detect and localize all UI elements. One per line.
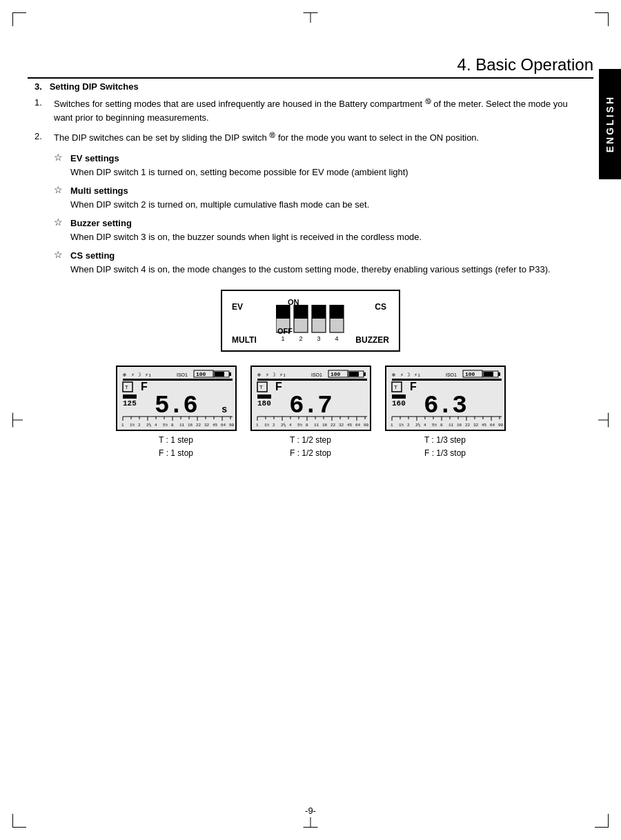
dip-label-off: OFF: [277, 327, 293, 335]
svg-text:☽: ☽: [273, 372, 276, 378]
bottom-center-mark: [310, 817, 311, 828]
svg-text:T: T: [259, 384, 263, 390]
svg-text:⚡: ⚡: [266, 372, 269, 378]
svg-text:☽: ☽: [407, 372, 411, 378]
bullet-content-ev: EV settings When DIP switch 1 is turned …: [70, 152, 586, 179]
svg-text:100: 100: [196, 371, 206, 377]
svg-text:11: 11: [314, 423, 319, 428]
top-center-mark: [310, 12, 311, 23]
corner-mark-bl: [12, 814, 26, 828]
svg-text:16: 16: [457, 423, 462, 428]
svg-text:2⅔: 2⅔: [415, 423, 421, 428]
svg-text:⚡₁: ⚡₁: [414, 372, 421, 378]
svg-rect-22: [123, 379, 233, 381]
meter-display-1: ⊕ ⚡ ☽ ⚡₁ ISO1 100: [116, 366, 237, 431]
svg-text:6.7: 6.7: [289, 392, 332, 420]
right-center-mark: [598, 420, 609, 421]
svg-text:64: 64: [490, 423, 495, 428]
bullet-multi: ☆ Multi settings When DIP switch 2 is tu…: [54, 184, 586, 211]
section-3: 3. Setting DIP Switches 1. Switches for …: [34, 81, 586, 461]
item-content-1: Switches for setting modes that are used…: [54, 97, 586, 124]
svg-text:⊕: ⊕: [392, 372, 395, 378]
svg-text:ISO1: ISO1: [446, 372, 457, 377]
svg-text:4: 4: [335, 335, 338, 342]
svg-text:45: 45: [347, 423, 353, 428]
svg-text:32: 32: [339, 423, 344, 428]
item-num-1: 1.: [34, 97, 54, 124]
svg-rect-1: [276, 305, 290, 319]
svg-text:90: 90: [364, 423, 368, 428]
svg-text:11: 11: [179, 423, 185, 428]
svg-text:45: 45: [482, 423, 487, 428]
svg-text:F: F: [410, 381, 417, 392]
meter-item-3: ⊕ ⚡ ☽ ⚡₁ ISO1 100 T F: [385, 366, 506, 460]
svg-text:90: 90: [229, 423, 234, 428]
dip-box: EV ON CS OFF MULTI BUZZER 1 2: [221, 290, 400, 352]
svg-text:1½: 1½: [399, 423, 404, 428]
bullet-text-cs: When DIP switch 4 is on, the mode change…: [70, 264, 551, 274]
svg-text:T: T: [394, 384, 397, 390]
svg-text:4: 4: [424, 423, 426, 428]
bullet-content-cs: CS setting When DIP switch 4 is on, the …: [70, 249, 586, 276]
svg-text:22: 22: [331, 423, 336, 428]
bullet-text-ev: When DIP switch 1 is turned on, setting …: [70, 167, 408, 177]
svg-text:1½: 1½: [264, 423, 270, 428]
language-label: ENGLISH: [604, 95, 615, 152]
svg-text:45: 45: [213, 423, 218, 428]
bullet-content-buzzer: Buzzer setting When DIP switch 3 is on, …: [70, 217, 586, 243]
svg-text:⚡: ⚡: [400, 372, 404, 378]
meter-f-3: F : 1/3 stop: [424, 448, 466, 458]
svg-text:8: 8: [440, 423, 443, 428]
svg-text:180: 180: [257, 399, 271, 408]
svg-text:4: 4: [289, 423, 292, 428]
svg-text:2: 2: [407, 423, 410, 428]
meter-t-1: T : 1 step: [159, 435, 193, 445]
bullet-star-multi: ☆: [54, 184, 70, 195]
svg-text:3: 3: [317, 335, 320, 342]
left-center-mark: [12, 420, 23, 421]
svg-text:⊕: ⊕: [257, 372, 261, 378]
meter-item-2: ⊕ ⚡ ☽ ⚡₁ ISO1 100 T F: [250, 366, 371, 460]
bullet-label-multi: Multi settings: [70, 186, 128, 196]
svg-text:2⅔: 2⅔: [146, 423, 152, 428]
svg-text:ISO1: ISO1: [311, 372, 322, 377]
svg-text:32: 32: [204, 423, 210, 428]
bullet-ev: ☆ EV settings When DIP switch 1 is turne…: [54, 152, 586, 179]
meters-row: ⊕ ⚡ ☽ ⚡₁ ISO1 100: [34, 366, 586, 460]
svg-text:2: 2: [273, 423, 275, 428]
svg-text:11: 11: [448, 423, 454, 428]
svg-rect-115: [392, 379, 502, 381]
dip-label-multi: MULTI: [232, 335, 257, 345]
bullet-section: ☆ EV settings When DIP switch 1 is turne…: [54, 152, 586, 276]
svg-text:☽: ☽: [138, 372, 141, 378]
svg-rect-21: [215, 372, 224, 377]
dip-label-on: ON: [288, 298, 299, 306]
bullet-content-multi: Multi settings When DIP switch 2 is turn…: [70, 184, 586, 211]
svg-text:⚡: ⚡: [131, 372, 135, 378]
numbered-item-2: 2. The DIP switches can be set by slidin…: [34, 131, 586, 145]
bullet-star-ev: ☆: [54, 152, 70, 163]
svg-text:1: 1: [391, 423, 393, 428]
page-number: -9-: [305, 806, 316, 816]
svg-text:T: T: [125, 384, 128, 390]
svg-text:32: 32: [473, 423, 479, 428]
bullet-star-buzzer: ☆: [54, 217, 70, 228]
svg-rect-69: [257, 379, 367, 381]
meter-f-1: F : 1 stop: [159, 448, 193, 458]
meter-display-3: ⊕ ⚡ ☽ ⚡₁ ISO1 100 T F: [385, 366, 506, 431]
meter-f-2: F : 1/2 stop: [290, 448, 331, 458]
svg-rect-67: [364, 372, 366, 376]
section-heading: 3. Setting DIP Switches: [34, 81, 586, 92]
dip-label-ev: EV: [232, 302, 243, 312]
svg-text:90: 90: [498, 423, 503, 428]
svg-text:⚡₁: ⚡₁: [145, 372, 152, 378]
svg-text:2⅔: 2⅔: [281, 423, 286, 428]
svg-text:F: F: [275, 381, 282, 392]
bullet-label-cs: CS setting: [70, 250, 115, 261]
svg-text:1: 1: [281, 335, 284, 342]
meter-svg-1: ⊕ ⚡ ☽ ⚡₁ ISO1 100: [121, 370, 234, 430]
svg-rect-113: [498, 372, 500, 376]
bullet-cs: ☆ CS setting When DIP switch 4 is on, th…: [54, 249, 586, 276]
svg-text:160: 160: [392, 399, 406, 408]
svg-rect-20: [229, 372, 231, 376]
